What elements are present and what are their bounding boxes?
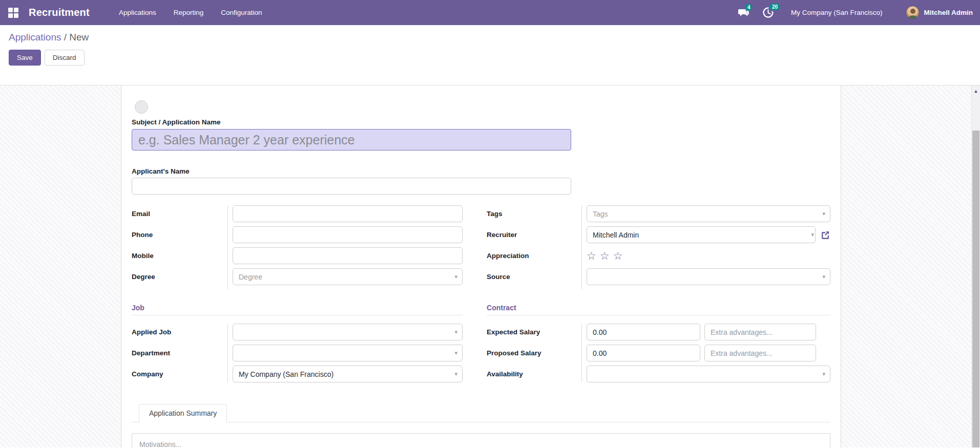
recruiter-select[interactable] <box>587 226 816 243</box>
form-sheet: Subject / Application Name Applicant's N… <box>121 86 841 447</box>
messages-icon[interactable]: 4 <box>738 8 749 18</box>
contact-group: Email Phone Mobile Degree ▾ <box>132 205 463 289</box>
department-label: Department <box>132 349 233 357</box>
applied-job-row: Applied Job ▾ <box>132 324 463 340</box>
form-view-background: Subject / Application Name Applicant's N… <box>0 86 980 447</box>
tags-row: Tags ▾ <box>487 205 830 222</box>
discard-button[interactable]: Discard <box>45 50 85 66</box>
star-icon[interactable]: ☆ <box>600 251 610 261</box>
degree-select[interactable] <box>233 268 463 285</box>
breadcrumb: Applications / New <box>9 32 980 43</box>
scroll-up-arrow-icon[interactable]: ▲ <box>972 86 980 94</box>
apps-menu-icon[interactable] <box>8 8 18 18</box>
tab-application-summary[interactable]: Application Summary <box>139 404 227 422</box>
vertical-scrollbar[interactable]: ▲ <box>971 86 980 447</box>
recruiter-row: Recruiter ▾ <box>487 226 830 243</box>
appreciation-row: Appreciation ☆ ☆ ☆ <box>487 247 830 264</box>
applied-job-label: Applied Job <box>132 328 233 336</box>
tags-label: Tags <box>487 210 587 218</box>
availability-label: Availability <box>487 370 587 378</box>
job-section-title: Job <box>132 304 463 312</box>
company-select[interactable] <box>233 366 463 382</box>
top-navbar: Recruitment Applications Reporting Confi… <box>0 0 980 25</box>
expected-salary-input[interactable] <box>587 324 700 340</box>
contract-section-title: Contract <box>487 304 830 312</box>
subject-label: Subject / Application Name <box>132 118 830 126</box>
availability-select[interactable] <box>587 366 830 382</box>
email-input[interactable] <box>233 205 463 222</box>
applicant-name-input[interactable] <box>132 178 571 195</box>
notebook-tabbar: Application Summary <box>132 403 830 422</box>
proposed-salary-extra-input[interactable] <box>704 345 816 361</box>
expected-salary-row: Expected Salary <box>487 324 830 340</box>
job-group: Applied Job ▾ Department ▾ <box>132 324 463 382</box>
company-row: Company ▾ <box>132 366 463 382</box>
breadcrumb-applications[interactable]: Applications <box>9 32 61 42</box>
contract-group: Expected Salary Proposed Salary <box>487 324 830 382</box>
proposed-salary-row: Proposed Salary <box>487 345 830 361</box>
email-label: Email <box>132 210 233 218</box>
external-link-icon[interactable] <box>820 230 830 240</box>
user-avatar[interactable] <box>906 6 920 19</box>
menu-reporting[interactable]: Reporting <box>165 1 213 24</box>
phone-label: Phone <box>132 231 233 239</box>
mobile-input[interactable] <box>233 247 463 264</box>
star-icon[interactable]: ☆ <box>587 251 596 261</box>
breadcrumb-current: New <box>69 32 89 42</box>
job-section-header: Job <box>132 304 463 315</box>
proposed-salary-input[interactable] <box>587 345 700 361</box>
menu-applications[interactable]: Applications <box>110 1 165 24</box>
messages-count-badge: 4 <box>745 4 753 11</box>
save-button[interactable]: Save <box>9 50 41 66</box>
control-panel: Applications / New Save Discard <box>0 25 980 86</box>
subject-input[interactable] <box>132 129 571 151</box>
applied-job-select[interactable] <box>233 324 463 340</box>
activities-count-badge: 20 <box>769 4 780 10</box>
star-icon[interactable]: ☆ <box>613 251 623 261</box>
source-row: Source ▾ <box>487 268 830 285</box>
contract-section-header: Contract <box>487 304 830 315</box>
main-menu: Applications Reporting Configuration <box>110 1 271 24</box>
appreciation-label: Appreciation <box>487 252 587 260</box>
phone-row: Phone <box>132 226 463 243</box>
activities-icon[interactable]: 20 <box>763 7 774 18</box>
recruiter-label: Recruiter <box>487 231 587 239</box>
kanban-state-icon[interactable] <box>135 100 148 114</box>
department-row: Department ▾ <box>132 345 463 361</box>
source-select[interactable] <box>587 268 830 285</box>
user-menu[interactable]: Mitchell Admin <box>924 9 973 16</box>
app-name[interactable]: Recruitment <box>29 7 90 18</box>
menu-configuration[interactable]: Configuration <box>212 1 270 24</box>
proposed-salary-label: Proposed Salary <box>487 349 587 357</box>
degree-label: Degree <box>132 273 233 281</box>
company-switcher[interactable]: My Company (San Francisco) <box>791 9 883 16</box>
company-label: Company <box>132 370 233 378</box>
mobile-row: Mobile <box>132 247 463 264</box>
expected-salary-label: Expected Salary <box>487 328 587 336</box>
recruitment-group: Tags ▾ Recruiter ▾ <box>487 205 830 289</box>
application-summary-textarea[interactable]: Motivations... <box>132 433 830 448</box>
appreciation-rating: ☆ ☆ ☆ <box>587 251 622 261</box>
expected-salary-extra-input[interactable] <box>704 324 816 340</box>
department-select[interactable] <box>233 345 463 361</box>
source-label: Source <box>487 273 587 281</box>
applicant-name-label: Applicant's Name <box>132 167 830 175</box>
availability-row: Availability ▾ <box>487 366 830 382</box>
scrollbar-thumb[interactable] <box>972 131 979 447</box>
email-row: Email <box>132 205 463 222</box>
degree-row: Degree ▾ <box>132 268 463 285</box>
tags-select[interactable] <box>587 205 830 222</box>
mobile-label: Mobile <box>132 252 233 260</box>
phone-input[interactable] <box>233 226 463 243</box>
